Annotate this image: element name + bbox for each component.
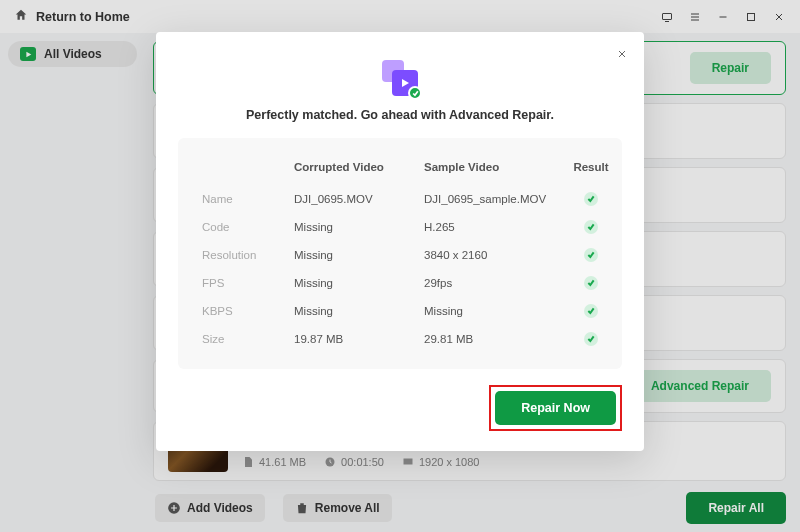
row-corrupted: Missing	[294, 305, 424, 317]
row-corrupted: 19.87 MB	[294, 333, 424, 345]
row-label: Name	[202, 193, 294, 205]
col-corrupted: Corrupted Video	[294, 161, 424, 173]
match-success-icon	[382, 60, 418, 96]
row-sample: 3840 x 2160	[424, 249, 566, 261]
callout-highlight: Repair Now	[489, 385, 622, 431]
row-result	[566, 220, 616, 234]
table-row: KBPSMissingMissing	[202, 297, 598, 325]
row-corrupted: DJI_0695.MOV	[294, 193, 424, 205]
check-icon	[584, 248, 598, 262]
row-result	[566, 304, 616, 318]
col-result: Result	[566, 161, 616, 173]
row-label: KBPS	[202, 305, 294, 317]
row-result	[566, 192, 616, 206]
modal-close-button[interactable]	[614, 46, 630, 62]
row-sample: DJI_0695_sample.MOV	[424, 193, 566, 205]
row-label: Size	[202, 333, 294, 345]
check-icon	[584, 276, 598, 290]
row-sample: H.265	[424, 221, 566, 233]
row-corrupted: Missing	[294, 277, 424, 289]
repair-now-button[interactable]: Repair Now	[495, 391, 616, 425]
row-sample: 29fps	[424, 277, 566, 289]
table-row: ResolutionMissing3840 x 2160	[202, 241, 598, 269]
check-icon	[584, 304, 598, 318]
row-sample: Missing	[424, 305, 566, 317]
table-row: FPSMissing29fps	[202, 269, 598, 297]
row-label: Code	[202, 221, 294, 233]
table-row: NameDJI_0695.MOVDJI_0695_sample.MOV	[202, 185, 598, 213]
row-result	[566, 248, 616, 262]
row-result	[566, 332, 616, 346]
advanced-repair-modal: Perfectly matched. Go ahead with Advance…	[156, 32, 644, 451]
check-icon	[584, 332, 598, 346]
row-corrupted: Missing	[294, 249, 424, 261]
table-row: Size19.87 MB29.81 MB	[202, 325, 598, 353]
table-row: CodeMissingH.265	[202, 213, 598, 241]
modal-message: Perfectly matched. Go ahead with Advance…	[246, 108, 554, 122]
row-label: FPS	[202, 277, 294, 289]
row-result	[566, 276, 616, 290]
row-label: Resolution	[202, 249, 294, 261]
check-icon	[584, 220, 598, 234]
row-sample: 29.81 MB	[424, 333, 566, 345]
modal-overlay: Perfectly matched. Go ahead with Advance…	[0, 0, 800, 532]
comparison-table: Corrupted Video Sample Video Result Name…	[178, 138, 622, 369]
check-icon	[584, 192, 598, 206]
col-sample: Sample Video	[424, 161, 566, 173]
row-corrupted: Missing	[294, 221, 424, 233]
